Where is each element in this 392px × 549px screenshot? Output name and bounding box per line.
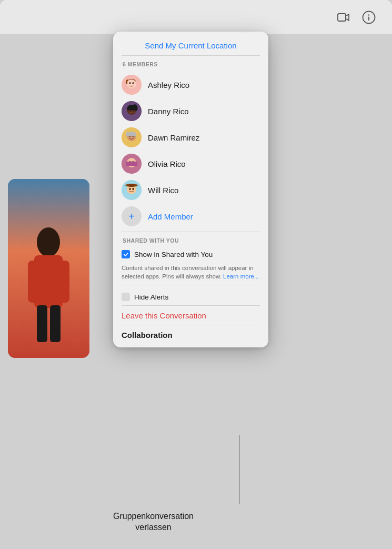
video-call-icon[interactable]: [336, 10, 351, 25]
list-item[interactable]: Dawn Ramirez: [122, 124, 260, 151]
avatar-danny: [122, 101, 142, 121]
svg-rect-5: [37, 305, 47, 342]
show-in-shared-row[interactable]: Show in Shared with You: [122, 248, 260, 261]
list-item[interactable]: Ashley Rico: [122, 72, 260, 98]
callout-line: [239, 435, 240, 504]
svg-point-1: [37, 227, 60, 257]
members-section-label: 6 Members: [122, 61, 260, 67]
member-name-will: Will Rico: [148, 186, 178, 195]
leave-conversation-label: Leave this Conversation: [122, 311, 206, 320]
avatar-dawn: [122, 127, 142, 147]
annotation-text: Gruppenkonversation verlassen: [113, 511, 194, 533]
photo-card: [8, 179, 89, 358]
shared-section-label: Shared with You: [122, 237, 260, 244]
annotation-container: Gruppenkonversation verlassen: [113, 511, 194, 533]
show-in-shared-label: Show in Shared with You: [134, 251, 213, 258]
list-item[interactable]: Danny Rico: [122, 98, 260, 124]
list-item[interactable]: Will Rico: [122, 177, 260, 203]
learn-more-link[interactable]: Learn more...: [223, 273, 259, 280]
hide-alerts-label: Hide Alerts: [134, 293, 168, 301]
send-location-button[interactable]: Send My Current Location: [122, 39, 260, 56]
show-in-shared-checkbox[interactable]: [122, 250, 130, 258]
shared-with-you-section: Shared with You Show in Shared with You …: [122, 232, 260, 287]
member-name-danny: Danny Rico: [148, 107, 189, 116]
add-member-button[interactable]: + Add Member: [122, 203, 260, 232]
add-member-label: Add Member: [148, 212, 193, 221]
svg-point-31: [133, 188, 134, 190]
svg-point-13: [129, 82, 131, 84]
svg-rect-6: [50, 305, 61, 342]
svg-rect-10: [368, 16, 369, 21]
leave-conversation-section[interactable]: Leave this Conversation: [122, 306, 260, 325]
avatar-will: [122, 180, 142, 200]
svg-rect-27: [126, 162, 137, 166]
svg-rect-4: [57, 261, 69, 303]
member-name-dawn: Dawn Ramirez: [148, 133, 199, 142]
hide-alerts-row[interactable]: Hide Alerts: [122, 293, 260, 301]
svg-point-14: [133, 82, 134, 84]
top-bar: [0, 0, 392, 34]
svg-rect-33: [129, 184, 134, 187]
svg-point-9: [368, 14, 369, 15]
hide-alerts-section: Hide Alerts: [122, 287, 260, 306]
svg-rect-7: [338, 14, 346, 21]
shared-description: Content shared in this conversation will…: [122, 261, 260, 285]
member-list: Ashley Rico Danny Rico: [122, 72, 260, 203]
info-icon[interactable]: [361, 10, 376, 25]
avatar-olivia: [122, 154, 142, 174]
avatar-ashley: [122, 75, 142, 95]
list-item[interactable]: Olivia Rico: [122, 151, 260, 177]
member-name-ashley: Ashley Rico: [148, 81, 189, 89]
member-name-olivia: Olivia Rico: [148, 159, 186, 168]
collaboration-label: Collaboration: [122, 331, 173, 340]
add-icon: +: [122, 206, 142, 226]
collaboration-section: Collaboration: [122, 325, 260, 347]
svg-point-30: [129, 188, 131, 190]
hide-alerts-checkbox[interactable]: [122, 293, 130, 301]
popover-panel: Send My Current Location 6 Members: [113, 32, 268, 347]
svg-rect-3: [28, 261, 41, 303]
